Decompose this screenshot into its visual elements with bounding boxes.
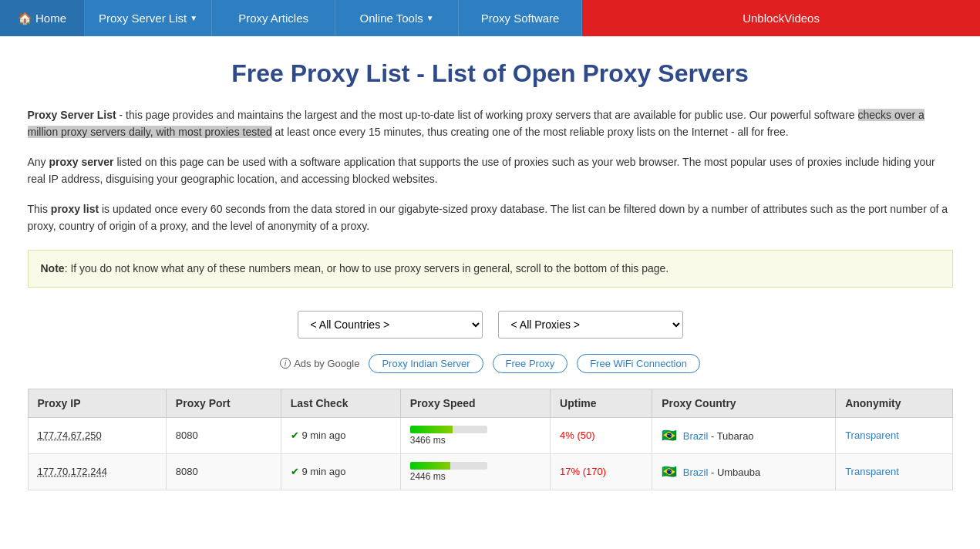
anonymity-cell: Transparent [836, 417, 952, 453]
note-bold: Note [41, 262, 65, 274]
nav-proxy-server[interactable]: Proxy Server List ▼ [85, 0, 212, 36]
ad-link-wifi[interactable]: Free WiFi Connection [577, 354, 700, 373]
country-cell: 🇧🇷 Brazil - Tubarao [652, 417, 836, 453]
chevron-down-icon-tools: ▼ [426, 14, 434, 22]
col-proxy-speed: Proxy Speed [400, 389, 550, 417]
nav-unblock[interactable]: UnblockVideos [582, 0, 980, 36]
countries-select[interactable]: < All Countries > United States Brazil I… [298, 311, 483, 338]
proxy-port-cell: 8080 [166, 417, 281, 453]
country-link[interactable]: Brazil [683, 466, 709, 478]
intro-p2: Any proxy server listed on this page can… [28, 153, 953, 188]
anonymity-link[interactable]: Transparent [845, 466, 899, 477]
main-nav: 🏠 Home Proxy Server List ▼ Proxy Article… [0, 0, 980, 36]
intro-p3-rest: is updated once every 60 seconds from th… [28, 203, 948, 232]
col-anonymity: Anonymity [836, 389, 952, 417]
intro-p3-this: This [28, 203, 51, 215]
nav-articles-label: Proxy Articles [238, 12, 308, 25]
col-proxy-ip: Proxy IP [28, 389, 166, 417]
nav-articles[interactable]: Proxy Articles [212, 0, 335, 36]
country-cell: 🇧🇷 Brazil - Umbauba [652, 453, 836, 490]
table-row: 177.74.67.2508080✔ 9 min ago 3466 ms 4% … [28, 417, 952, 453]
uptime-value: 17% (170) [560, 466, 606, 477]
proxy-tbody: 177.74.67.2508080✔ 9 min ago 3466 ms 4% … [28, 417, 952, 490]
speed-cell: 3466 ms [400, 417, 550, 453]
speed-ms: 2446 ms [410, 471, 541, 482]
nav-proxy-server-label: Proxy Server List [99, 12, 187, 25]
last-check-cell: ✔ 9 min ago [281, 417, 400, 453]
check-icon: ✔ [291, 466, 299, 477]
chevron-down-icon: ▼ [190, 14, 197, 22]
nav-software[interactable]: Proxy Software [459, 0, 582, 36]
col-uptime: Uptime [551, 389, 652, 417]
proxy-table: Proxy IP Proxy Port Last Check Proxy Spe… [28, 389, 953, 490]
proxy-ip-value[interactable]: 177.70.172.244 [38, 466, 107, 477]
speed-bar [410, 426, 453, 433]
intro-p1-rest: - this page provides and maintains the l… [120, 109, 858, 121]
uptime-value: 4% (50) [560, 429, 595, 441]
intro-p1-end: at least once every 15 minutes, thus cre… [272, 126, 789, 138]
proxy-ip-cell: 177.74.67.250 [28, 417, 166, 453]
speed-bar-container: 2446 ms [410, 462, 541, 482]
col-proxy-country: Proxy Country [652, 389, 836, 417]
intro-section: Proxy Server List - this page provides a… [28, 106, 953, 234]
ads-bar: i Ads by Google Proxy Indian Server Free… [28, 354, 953, 373]
intro-p3: This proxy list is updated once every 60… [28, 200, 953, 235]
intro-p2-rest: listed on this page can be used with a s… [28, 156, 935, 185]
proxy-server-bold: proxy server [49, 156, 114, 168]
speed-bar-container: 3466 ms [410, 426, 541, 446]
ads-by-google: Ads by Google [294, 358, 359, 369]
country-link[interactable]: Brazil [683, 430, 709, 442]
nav-home-label: Home [35, 12, 66, 25]
ads-label: i Ads by Google [280, 358, 359, 369]
proxy-port-cell: 8080 [166, 453, 281, 490]
proxy-ip-value[interactable]: 177.74.67.250 [38, 429, 102, 441]
speed-ms: 3466 ms [410, 435, 541, 446]
country-city: - Umbauba [711, 466, 760, 478]
check-icon: ✔ [291, 429, 299, 441]
proxy-list-bold: proxy list [51, 203, 99, 215]
anonymity-link[interactable]: Transparent [845, 429, 899, 441]
speed-bar [410, 462, 450, 470]
nav-home[interactable]: 🏠 Home [0, 0, 85, 36]
home-icon: 🏠 [18, 12, 32, 25]
proxy-server-list-bold: Proxy Server List [28, 109, 116, 121]
note-rest: : If you do not know what any of these n… [65, 262, 669, 274]
country-flag: 🇧🇷 [662, 429, 677, 442]
col-last-check: Last Check [281, 389, 400, 417]
main-content: Free Proxy List - List of Open Proxy Ser… [12, 36, 968, 514]
speed-bar-wrap [410, 426, 487, 433]
nav-unblock-label: UnblockVideos [743, 12, 820, 25]
nav-tools[interactable]: Online Tools ▼ [335, 0, 459, 36]
table-row: 177.70.172.2448080✔ 9 min ago 2446 ms 17… [28, 453, 952, 490]
table-header: Proxy IP Proxy Port Last Check Proxy Spe… [28, 389, 952, 417]
col-proxy-port: Proxy Port [166, 389, 281, 417]
filters-section: < All Countries > United States Brazil I… [28, 311, 953, 338]
uptime-cell: 4% (50) [551, 417, 652, 453]
info-icon: i [280, 358, 291, 369]
country-flag: 🇧🇷 [662, 465, 677, 478]
uptime-cell: 17% (170) [551, 453, 652, 490]
speed-bar-wrap [410, 462, 487, 470]
ad-link-free-proxy[interactable]: Free Proxy [493, 354, 568, 373]
anonymity-cell: Transparent [836, 453, 952, 490]
proxies-select[interactable]: < All Proxies > Transparent Anonymous El… [498, 311, 683, 338]
ad-link-indian-server[interactable]: Proxy Indian Server [369, 354, 483, 373]
note-box: Note: If you do not know what any of the… [28, 250, 953, 287]
country-city: - Tubarao [711, 430, 754, 442]
intro-p2-any: Any [28, 156, 49, 168]
nav-tools-label: Online Tools [360, 12, 423, 25]
nav-software-label: Proxy Software [481, 12, 560, 25]
page-title: Free Proxy List - List of Open Proxy Ser… [28, 59, 953, 88]
proxy-ip-cell: 177.70.172.244 [28, 453, 166, 490]
intro-p1: Proxy Server List - this page provides a… [28, 106, 953, 141]
speed-cell: 2446 ms [400, 453, 550, 490]
last-check-cell: ✔ 9 min ago [281, 453, 400, 490]
